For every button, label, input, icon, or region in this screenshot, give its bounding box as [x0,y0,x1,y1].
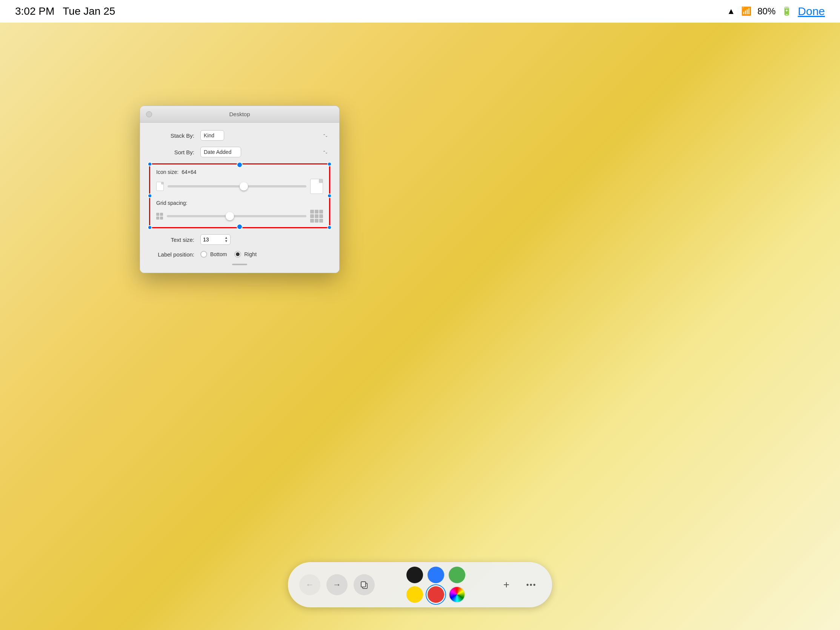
desktop-background: Desktop Stack By: Kind Sort By: Date Add… [0,23,840,630]
label-position-label: Label position: [149,251,194,258]
sort-by-select[interactable]: Date Added [201,147,241,157]
toolbar-right-buttons: + ••• [497,575,541,594]
label-position-row: Label position: Bottom Right [149,251,330,258]
more-button[interactable]: ••• [522,575,541,594]
battery-icon: 🔋 [782,6,792,16]
resize-handle-mid-right[interactable] [327,194,332,198]
status-date: Tue Jan 25 [63,5,115,17]
stack-by-label: Stack By: [149,133,194,139]
text-size-row: Text size: 13 ▲ ▼ [149,234,330,245]
radio-bottom[interactable]: Bottom [201,251,227,258]
color-blue[interactable] [428,567,444,583]
resize-handle-bot-left[interactable] [148,225,152,230]
color-multicolor[interactable] [449,586,465,603]
toolbar-color-section [406,567,465,603]
grid-spacing-small-icon [156,213,163,219]
toolbar-left-buttons: ← → [299,574,375,595]
color-yellow[interactable] [406,586,423,603]
label-position-radio-group: Bottom Right [201,251,257,258]
text-size-select[interactable]: 13 ▲ ▼ [201,234,231,245]
add-icon: + [504,579,510,591]
resize-handle-top-left[interactable] [148,162,152,166]
icon-size-label: Icon size: [156,169,178,175]
add-button[interactable]: + [497,575,516,594]
icon-size-thumb[interactable] [240,182,248,191]
more-icon: ••• [526,581,536,589]
grid-spacing-thumb[interactable] [226,212,234,220]
battery-text: 80% [757,6,775,17]
icon-size-slider[interactable] [167,185,306,188]
stack-by-select[interactable]: Kind [201,130,224,141]
grid-spacing-slider-row [156,210,323,223]
grid-spacing-large-icon [310,210,323,223]
resize-handle-top-right[interactable] [327,162,332,166]
done-button[interactable]: Done [798,5,825,18]
grid-spacing-label: Grid spacing: [156,200,187,206]
sort-by-select-wrapper[interactable]: Date Added [201,147,330,157]
sort-by-label: Sort By: [149,149,194,155]
window-title: Desktop [229,111,250,117]
radio-right-indicator [234,251,241,258]
color-red[interactable] [428,586,444,603]
status-right-icons: ▲ 📶 80% 🔋 Done [727,5,825,18]
scrollbar-hint [232,264,247,265]
text-size-label: Text size: [149,237,194,243]
radio-right-label: Right [244,251,257,257]
mac-window: Desktop Stack By: Kind Sort By: Date Add… [140,106,339,273]
icon-size-large-icon [310,179,323,194]
status-bar: 3:02 PM Tue Jan 25 ▲ 📶 80% 🔋 Done [0,0,840,23]
location-icon: ▲ [727,6,735,16]
window-close-button[interactable] [146,111,152,117]
undo-button[interactable]: ← [299,574,321,595]
stack-by-row: Stack By: Kind [149,130,330,141]
color-black[interactable] [406,567,423,583]
resize-handle-bot-right[interactable] [327,225,332,230]
icon-size-value: 64×64 [182,169,196,175]
text-size-stepper[interactable]: ▲ ▼ [224,236,228,243]
color-row-top [406,567,465,583]
window-titlebar: Desktop [140,106,339,123]
color-row-bottom [406,586,465,603]
grid-spacing-slider[interactable] [167,215,306,217]
sort-by-row: Sort By: Date Added [149,147,330,157]
radio-right[interactable]: Right [234,251,257,258]
icon-size-row: Icon size: 64×64 [156,169,323,175]
resize-handle-mid-left[interactable] [148,194,152,198]
radio-right-selected-dot [236,253,240,256]
wifi-icon: 📶 [741,6,751,16]
copy-button[interactable] [354,574,375,595]
icon-grid-section: Icon size: 64×64 Grid spacing: [149,163,330,228]
stack-by-select-wrapper[interactable]: Kind [201,130,330,141]
svg-rect-1 [361,582,366,587]
grid-spacing-row: Grid spacing: [156,200,323,206]
text-size-value: 13 [203,237,209,243]
color-green[interactable] [449,567,465,583]
icon-size-small-icon [156,182,164,191]
bottom-toolbar: ← → + [288,562,552,607]
status-time: 3:02 PM [15,5,54,17]
window-body: Stack By: Kind Sort By: Date Added [140,123,339,273]
radio-bottom-indicator [201,251,207,258]
redo-button[interactable]: → [327,574,347,595]
icon-size-slider-row [156,179,323,194]
radio-bottom-label: Bottom [210,251,227,257]
